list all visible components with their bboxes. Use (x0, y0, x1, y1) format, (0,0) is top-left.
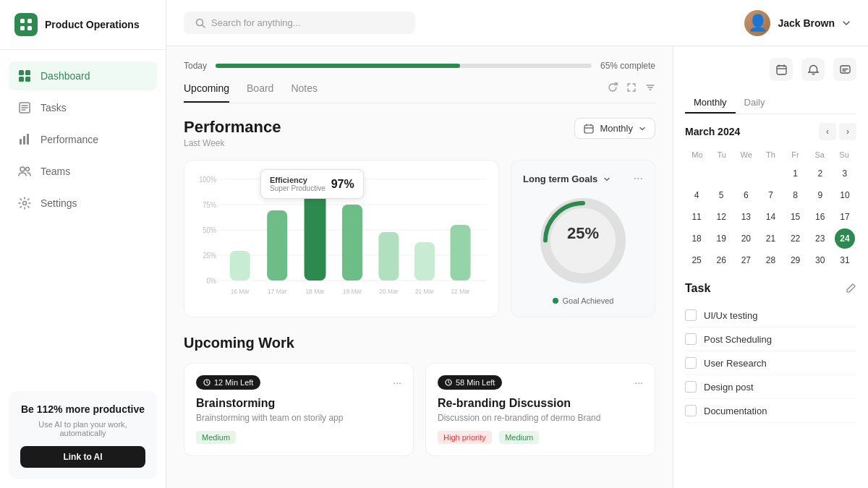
expand-icon[interactable] (626, 82, 637, 95)
task-name: UI/Ux testing (704, 310, 757, 321)
period-selector[interactable]: Monthly (574, 118, 655, 139)
svg-rect-1 (27, 19, 32, 23)
calendar-day[interactable]: 24 (835, 228, 855, 249)
calendar-day[interactable]: 1 (786, 163, 806, 184)
calendar-day[interactable]: 2 (810, 163, 830, 184)
refresh-icon[interactable] (608, 82, 618, 95)
svg-rect-38 (267, 210, 287, 281)
right-panel: Monthly Daily March 2024 ‹ › Mo Tu We Th… (673, 46, 868, 488)
task-checkbox[interactable] (685, 333, 697, 345)
calendar-day[interactable]: 30 (810, 250, 830, 270)
tooltip-title: Efficiency (270, 176, 326, 184)
calendar-day[interactable]: 8 (786, 185, 806, 205)
upcoming-title: Upcoming Work (184, 335, 655, 351)
calendar-day[interactable]: 5 (711, 185, 731, 205)
calendar-day[interactable]: 25 (686, 250, 707, 270)
calendar-day[interactable]: 6 (736, 185, 756, 205)
performance-subtitle: Last Week (184, 138, 281, 148)
task-checkbox[interactable] (685, 405, 697, 416)
task-checkbox[interactable] (685, 357, 697, 369)
sidebar-item-settings[interactable]: Settings (9, 189, 157, 218)
task-item: Post Scheduling (685, 328, 856, 351)
search-bar[interactable]: Search for anything... (184, 12, 415, 34)
goal-legend-text: Goal Achieved (563, 296, 614, 305)
sidebar-logo[interactable]: Product Operations (0, 0, 166, 50)
cal-next-button[interactable]: › (839, 123, 856, 140)
svg-text:17 Mar: 17 Mar (268, 288, 286, 295)
calendar-day[interactable]: 29 (786, 250, 806, 270)
app-title: Product Operations (45, 19, 140, 30)
sidebar-item-tasks[interactable]: Tasks (9, 93, 157, 122)
day-header-fr: Fr (783, 149, 807, 160)
cal-prev-button[interactable]: ‹ (819, 123, 836, 140)
card-tag-medium-2: Medium (499, 431, 539, 444)
task-item: User Research (685, 351, 856, 375)
promo-description: Use AI to plan your work, automatically (20, 420, 145, 437)
tab-upcoming[interactable]: Upcoming (184, 82, 229, 103)
calendar-day[interactable]: 16 (810, 207, 830, 227)
calendar-day[interactable]: 14 (760, 207, 780, 227)
cal-tab-daily[interactable]: Daily (736, 93, 774, 114)
calendar-day[interactable]: 12 (711, 207, 731, 227)
tab-board[interactable]: Board (247, 82, 273, 103)
svg-rect-4 (19, 70, 24, 75)
nav-label-dashboard: Dashboard (41, 70, 90, 82)
svg-text:22 Mar: 22 Mar (451, 288, 469, 295)
svg-rect-0 (20, 19, 25, 23)
promo-button[interactable]: Link to AI (20, 446, 145, 468)
calendar-day[interactable]: 26 (711, 250, 731, 270)
message-panel-icon[interactable] (833, 58, 856, 81)
svg-point-17 (23, 202, 27, 205)
tab-notes[interactable]: Notes (291, 82, 318, 103)
progress-bar (216, 64, 592, 68)
notification-panel-icon[interactable] (801, 58, 825, 81)
calendar-panel-icon[interactable] (770, 58, 793, 81)
search-icon (195, 18, 205, 28)
goal-more-button[interactable]: ··· (634, 172, 643, 185)
calendar-day[interactable]: 21 (760, 228, 780, 249)
user-menu[interactable]: 👤 Jack Brown (744, 10, 851, 36)
calendar-day[interactable]: 10 (835, 185, 855, 205)
calendar-day[interactable]: 7 (760, 185, 780, 205)
filter-icon[interactable] (645, 82, 655, 95)
calendar-day[interactable]: 13 (736, 207, 756, 227)
card-timer-2: 58 Min Left (438, 375, 502, 390)
calendar-day[interactable]: 3 (835, 163, 855, 184)
calendar-day[interactable]: 4 (686, 185, 707, 205)
day-header-mo: Mo (685, 149, 710, 160)
calendar-day[interactable]: 19 (711, 228, 731, 249)
sidebar-item-dashboard[interactable]: Dashboard (9, 61, 157, 90)
calendar-day[interactable]: 17 (835, 207, 855, 227)
task-checkbox[interactable] (685, 309, 697, 321)
calendar-day[interactable]: 20 (736, 228, 756, 249)
sidebar-item-teams[interactable]: Teams (9, 157, 157, 186)
sidebar-item-performance[interactable]: Performance (9, 125, 157, 154)
card-more-2[interactable]: ··· (634, 377, 643, 388)
svg-rect-40 (342, 205, 362, 281)
tooltip-value: 97% (331, 178, 354, 191)
calendar-day[interactable]: 23 (810, 228, 830, 249)
task-section-title: Task (685, 282, 710, 295)
calendar-day[interactable]: 9 (810, 185, 830, 205)
calendar-day[interactable]: 27 (736, 250, 756, 270)
task-edit-button[interactable] (846, 283, 856, 295)
main-content: Search for anything... 👤 Jack Brown Toda… (166, 0, 868, 488)
bar-chart: Efficiency Super Productive 97% (184, 160, 499, 317)
cal-tab-monthly[interactable]: Monthly (685, 93, 736, 114)
calendar-day[interactable]: 31 (835, 250, 855, 270)
svg-text:75%: 75% (203, 201, 216, 209)
svg-text:25%: 25% (567, 224, 599, 242)
task-checkbox[interactable] (685, 381, 697, 393)
svg-text:20 Mar: 20 Mar (379, 288, 398, 295)
calendar-day[interactable]: 18 (686, 228, 707, 249)
calendar-day[interactable]: 11 (686, 207, 707, 227)
upcoming-cards: 12 Min Left ··· Brainstorming Brainstorm… (184, 363, 655, 456)
card-more-1[interactable]: ··· (393, 377, 401, 388)
calendar-day[interactable]: 28 (760, 250, 780, 270)
svg-rect-42 (414, 242, 435, 281)
calendar-day[interactable]: 22 (786, 228, 806, 249)
promo-title: Be 112% more productive (20, 403, 145, 416)
day-header-we: We (734, 149, 759, 160)
calendar-day[interactable]: 15 (786, 207, 806, 227)
panel-icon-row (685, 58, 856, 81)
